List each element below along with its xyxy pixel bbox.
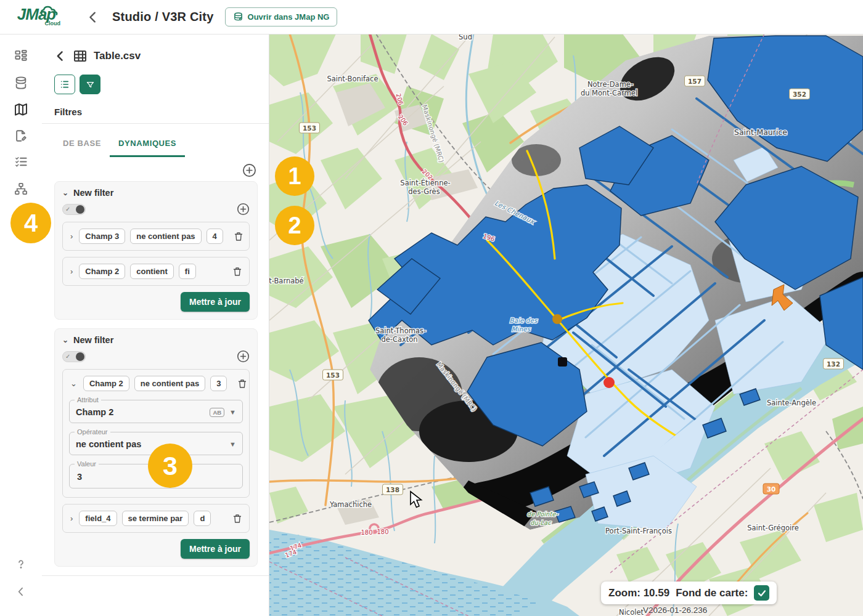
add-filter-button[interactable] bbox=[242, 163, 256, 177]
layers-icon bbox=[233, 12, 243, 22]
brand-sub-text: Cloud bbox=[45, 20, 61, 26]
svg-text:Nicolet: Nicolet bbox=[619, 608, 644, 616]
table-icon bbox=[73, 49, 88, 63]
filter-enabled-toggle[interactable]: ✓ bbox=[62, 351, 86, 362]
chevron-down-icon[interactable]: ⌄ bbox=[69, 379, 78, 388]
chevron-right-icon[interactable]: › bbox=[69, 232, 74, 241]
tab-de-base[interactable]: DE BASE bbox=[54, 129, 110, 157]
trash-icon bbox=[233, 231, 244, 242]
check-icon: ✓ bbox=[65, 353, 70, 360]
svg-text:30: 30 bbox=[767, 485, 776, 493]
list-icon bbox=[60, 79, 70, 89]
basemap-label: Fond de carte: bbox=[676, 587, 748, 599]
valeur-label: Valeur bbox=[75, 460, 99, 468]
add-condition-button[interactable] bbox=[237, 203, 250, 216]
svg-text:Saint-Boniface: Saint-Boniface bbox=[327, 75, 378, 83]
svg-text:Saint-Thomas-: Saint-Thomas- bbox=[375, 326, 426, 335]
add-condition-button[interactable] bbox=[237, 350, 250, 363]
delete-condition-button[interactable] bbox=[233, 231, 244, 242]
value-chip[interactable]: d bbox=[194, 511, 211, 526]
chevron-left-icon bbox=[54, 50, 67, 62]
filter-view-button[interactable] bbox=[80, 75, 100, 94]
panel-back-button[interactable] bbox=[54, 50, 67, 62]
delete-condition-button[interactable] bbox=[237, 378, 248, 389]
cloud-icon bbox=[41, 6, 59, 17]
apps-icon[interactable] bbox=[13, 47, 30, 66]
annotation-circle-4: 4 bbox=[10, 203, 51, 243]
tab-dynamiques[interactable]: DYNAMIQUES bbox=[110, 129, 185, 157]
update-filter-button[interactable]: Mettre à jour bbox=[181, 292, 250, 312]
svg-text:Saint-Maurice: Saint-Maurice bbox=[734, 128, 787, 137]
attribut-value: Champ 2 bbox=[76, 407, 210, 417]
delete-condition-button[interactable] bbox=[232, 513, 243, 524]
svg-text:132: 132 bbox=[827, 360, 840, 368]
map-svg: 15315735215313813230 SudSaint-BonifaceNo… bbox=[269, 34, 863, 616]
trash-icon bbox=[232, 513, 243, 524]
delete-condition-button[interactable] bbox=[232, 266, 243, 277]
svg-text:des-Grès: des-Grès bbox=[408, 187, 440, 196]
operator-chip[interactable]: ne contient pas bbox=[134, 376, 205, 391]
svg-text:du-Lac: du-Lac bbox=[530, 519, 552, 526]
file-edit-icon[interactable] bbox=[13, 128, 29, 146]
svg-text:Notre-Dame-: Notre-Dame- bbox=[587, 80, 633, 89]
map-status-bar: Zoom: 10.59 Fond de carte: bbox=[601, 582, 777, 604]
update-filter-button[interactable]: Mettre à jour bbox=[181, 539, 250, 559]
jmap-studio-app: JMap Cloud Studio / V3R City Ouvrir dans… bbox=[0, 0, 863, 616]
svg-text:du Mont-Carmel: du Mont-Carmel bbox=[581, 89, 637, 97]
filter-tabs: DE BASE DYNAMIQUES bbox=[54, 129, 258, 157]
attribut-select[interactable]: Attribut Champ 2 AB ▼ bbox=[69, 400, 243, 423]
zoom-level: Zoom: 10.59 bbox=[608, 587, 669, 599]
chevron-right-icon[interactable]: › bbox=[69, 267, 74, 276]
check-icon bbox=[757, 588, 767, 598]
svg-text:153: 153 bbox=[326, 371, 340, 379]
chevron-down-icon[interactable]: ⌄ bbox=[62, 336, 68, 344]
svg-text:Baie des: Baie des bbox=[510, 317, 538, 324]
condition-row: › Champ 3 ne contient pas 4 bbox=[62, 222, 250, 251]
value-chip[interactable]: 3 bbox=[210, 376, 227, 391]
attribut-label: Attribut bbox=[75, 396, 101, 403]
open-jmap-ng-button[interactable]: Ouvrir dans JMap NG bbox=[225, 7, 338, 26]
plus-circle-icon bbox=[237, 350, 250, 363]
workflow-icon[interactable] bbox=[13, 180, 30, 199]
panel-title: Table.csv bbox=[94, 50, 141, 62]
svg-text:180: 180 bbox=[361, 529, 372, 536]
operator-chip[interactable]: ne contient pas bbox=[130, 229, 201, 244]
field-chip[interactable]: Champ 2 bbox=[83, 376, 129, 391]
chevron-down-icon[interactable]: ⌄ bbox=[62, 188, 68, 197]
basemap-checkbox[interactable] bbox=[754, 585, 769, 601]
field-chip[interactable]: Champ 3 bbox=[79, 229, 125, 244]
header-back-button[interactable] bbox=[83, 10, 104, 25]
value-chip[interactable]: fi bbox=[179, 264, 196, 279]
plus-circle-icon bbox=[242, 163, 256, 177]
annotation-circle-3: 3 bbox=[148, 444, 192, 488]
list-view-button[interactable] bbox=[54, 75, 75, 94]
field-chip[interactable]: field_4 bbox=[79, 511, 117, 526]
collapse-rail-icon[interactable] bbox=[14, 585, 28, 601]
svg-text:Saint-Étienne-: Saint-Étienne- bbox=[400, 178, 450, 187]
map-icon[interactable] bbox=[12, 101, 30, 120]
help-icon[interactable] bbox=[14, 557, 28, 573]
database-icon[interactable] bbox=[13, 75, 29, 93]
chevron-right-icon[interactable]: › bbox=[69, 514, 74, 523]
icon-rail bbox=[0, 34, 43, 616]
svg-text:de-Caxton: de-Caxton bbox=[381, 335, 417, 344]
checklist-icon[interactable] bbox=[13, 153, 30, 172]
operator-chip[interactable]: contient bbox=[130, 264, 174, 279]
value-chip[interactable]: 4 bbox=[207, 229, 223, 244]
map-canvas[interactable]: 15315735215313813230 SudSaint-BonifaceNo… bbox=[269, 34, 863, 616]
trash-icon bbox=[232, 266, 243, 277]
svg-text:Saint-Grégoire: Saint-Grégoire bbox=[747, 524, 798, 532]
top-bar: JMap Cloud Studio / V3R City Ouvrir dans… bbox=[0, 0, 863, 34]
chevron-down-icon: ▼ bbox=[229, 440, 236, 448]
filter-title: New filter bbox=[73, 335, 113, 345]
operateur-label: Opérateur bbox=[75, 428, 110, 436]
condition-row: › field_4 se termine par d bbox=[62, 504, 250, 533]
filter-enabled-toggle[interactable]: ✓ bbox=[62, 204, 86, 215]
operator-chip[interactable]: se termine par bbox=[122, 511, 189, 526]
field-chip[interactable]: Champ 2 bbox=[79, 264, 125, 279]
svg-text:Mines: Mines bbox=[512, 325, 531, 333]
svg-text:138: 138 bbox=[386, 486, 399, 493]
condition-row: › Champ 2 contient fi bbox=[62, 257, 250, 286]
check-icon: ✓ bbox=[65, 206, 70, 213]
annotation-circle-1: 1 bbox=[275, 156, 314, 196]
